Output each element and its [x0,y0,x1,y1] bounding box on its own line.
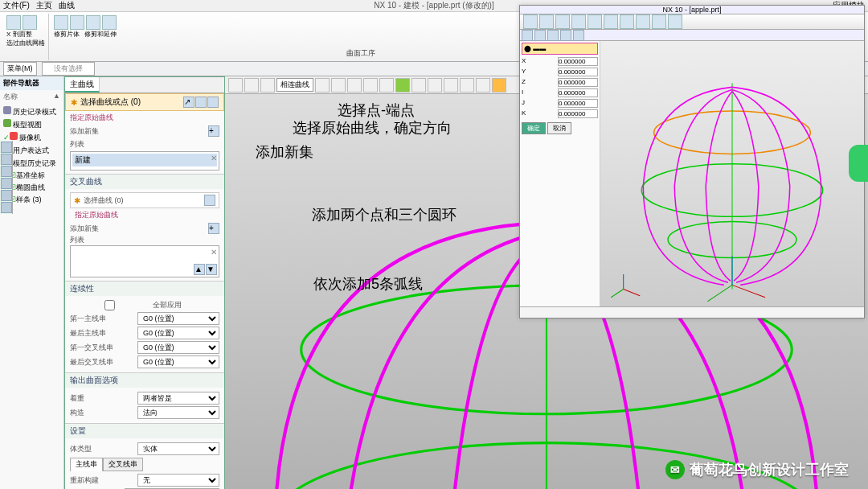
side-tool-icon[interactable] [1,178,12,189]
add-set[interactable]: 添加新集 [70,126,205,137]
cont-last-main[interactable]: G0 (位置) [137,327,219,339]
ribbon-icon[interactable] [620,14,634,29]
prop-i[interactable] [558,88,598,97]
tool-icon[interactable] [444,78,458,92]
menu-dropdown[interactable]: 菜单(M) [3,62,37,76]
menu-file[interactable]: 文件(F) [3,0,30,11]
tool-icon[interactable] [534,30,546,41]
continuity-header[interactable]: 连续性 [65,281,224,296]
side-tool-icon[interactable] [1,142,12,153]
tool-icon[interactable] [331,78,346,92]
ribbon-icon[interactable] [588,14,602,29]
ribbon-icon[interactable] [652,14,666,29]
ribbon-icon[interactable] [523,14,538,29]
prop-j[interactable] [558,99,598,108]
settings-header[interactable]: 设置 [65,424,224,438]
menu-home[interactable]: 主页 [36,0,52,11]
second-ok[interactable]: 确定 [522,122,546,134]
side-tool-icon[interactable] [1,202,12,213]
tool-icon[interactable] [379,78,394,92]
second-nx-window[interactable]: NX 10 - [apple.prt] ⬤ ▬▬ X Y Z I J K 确定 … [519,5,865,318]
tree-item-view[interactable]: 模型视图 [2,118,62,131]
cont-last-cross[interactable]: G0 (位置) [137,355,219,368]
tool-icon[interactable] [363,78,378,92]
ribbon-icon[interactable] [86,15,100,30]
tool-icon[interactable] [260,78,275,92]
out-construction[interactable]: 法向 [137,406,219,419]
ribbon-item[interactable]: 选过由线网格 [6,39,45,47]
ribbon-icon[interactable] [555,14,570,29]
side-tool-icon[interactable] [1,166,12,177]
rebuild[interactable]: 无 [137,474,219,487]
second-sel-indicator[interactable]: ⬤ ▬▬ [522,43,598,55]
tool-icon[interactable] [428,78,442,92]
ribbon-icon[interactable] [539,14,554,29]
curve-filter-dropdown[interactable]: 相连曲线 [276,78,313,92]
side-handle[interactable] [849,145,868,182]
ribbon-icon[interactable] [668,14,682,29]
tool-icon[interactable] [244,78,259,92]
tool-icon[interactable] [395,78,410,92]
tool-icon[interactable] [228,78,243,92]
remove-icon[interactable]: ✕ [211,154,217,162]
prop-k[interactable] [558,109,598,118]
sub-tab-main[interactable]: 主线串 [70,458,103,471]
side-tool-icon[interactable] [1,190,12,201]
down-icon[interactable]: ▼ [206,264,217,275]
tool-icon[interactable] [411,78,426,92]
reverse-icon[interactable]: ↗ [183,97,194,108]
add-icon[interactable]: + [208,223,219,234]
second-canvas[interactable] [600,41,864,306]
ribbon-icon[interactable] [23,15,37,30]
cont-first-cross[interactable]: G0 (位置) [137,341,219,354]
tree-item-history[interactable]: 历史记录模式 [2,105,62,118]
curve-icon[interactable] [195,97,207,108]
body-type[interactable]: 实体 [137,442,219,455]
tool-icon[interactable] [492,78,506,92]
menu-curve[interactable]: 曲线 [59,0,75,11]
cross-curve-header[interactable]: 交叉曲线 [65,175,224,189]
remove-icon[interactable]: ✕ [211,248,217,257]
cont-first-main[interactable]: G0 (位置) [137,312,219,325]
apply-all-checkbox[interactable] [70,300,149,310]
up-icon[interactable]: ▲ [194,264,205,275]
ribbon-item[interactable]: 修剪和延伸 [84,30,117,39]
sketch-icon[interactable] [207,97,219,108]
tool-icon[interactable] [315,78,330,92]
sel-label: 选择曲线或点 (0) [80,97,141,108]
prop-z[interactable] [558,78,598,87]
second-cancel[interactable]: 取消 [547,122,571,134]
tool-icon[interactable] [476,78,490,92]
curve-icon[interactable] [204,195,215,206]
ribbon-item[interactable]: X 剖面整 [6,30,45,39]
cross-sel[interactable]: 选择曲线 (0) [84,195,201,206]
main-curve-list[interactable]: 新建✕ [70,151,219,171]
tool-icon[interactable] [547,30,559,41]
tool-icon[interactable] [347,78,362,92]
ribbon-item[interactable]: 修剪片体 [54,30,80,39]
tool-icon[interactable] [573,30,584,41]
tool-icon[interactable] [522,30,533,41]
list-item[interactable]: 新建 [75,154,91,166]
ribbon-icon[interactable] [604,14,618,29]
cross-curve-list[interactable]: ✕ ▲▼ [70,245,219,277]
tool-icon[interactable] [460,78,474,92]
out-emphasis[interactable]: 两者皆是 [137,392,219,405]
ribbon-icon[interactable] [70,15,84,30]
output-surface-header[interactable]: 输出曲面选项 [65,373,224,388]
ribbon-icon[interactable] [54,15,68,30]
ribbon-icon[interactable] [571,14,586,29]
cross-add-set[interactable]: 添加新集 [70,224,205,234]
ribbon-icon[interactable] [636,14,650,29]
side-tool-icon[interactable] [1,154,12,165]
ribbon-icon[interactable] [6,15,21,30]
sub-tab-cross[interactable]: 交叉线串 [103,458,143,471]
prop-y[interactable] [558,68,598,76]
tool-icon[interactable] [560,30,571,41]
prop-x[interactable] [558,57,598,66]
dialog-tab-main-curve[interactable]: 主曲线 [65,77,100,92]
ribbon-icon[interactable] [102,15,117,30]
select-curve-or-point[interactable]: ✱ 选择曲线或点 (0) ↗ [65,93,224,111]
add-icon[interactable]: + [208,125,219,137]
cross-list-label: 列表 [70,235,219,245]
